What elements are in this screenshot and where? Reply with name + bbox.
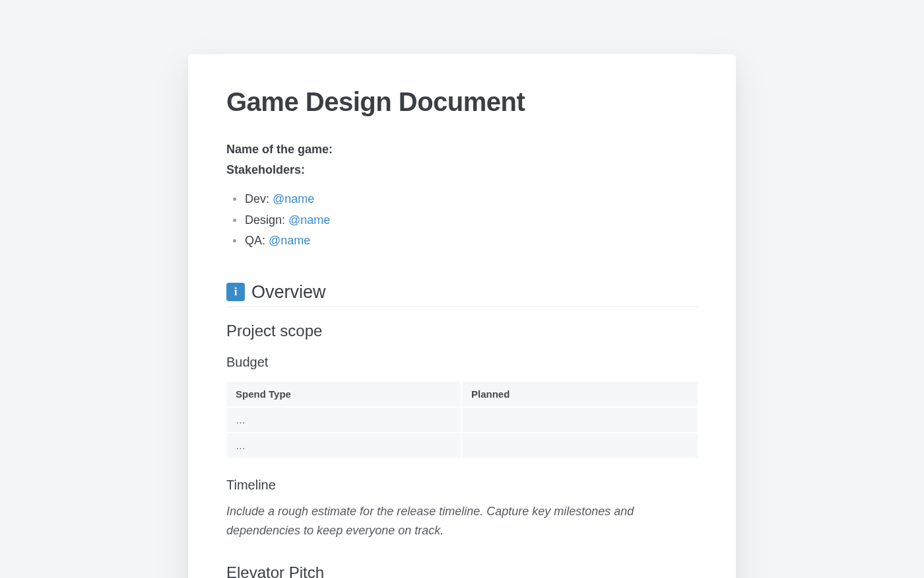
col-spend-type: Spend Type (226, 382, 462, 406)
stakeholder-role: Design: (245, 213, 288, 227)
project-scope-heading: Project scope (226, 322, 698, 340)
table-row: … (226, 408, 698, 432)
list-item: QA: @name (233, 231, 698, 252)
cell-planned[interactable] (462, 408, 698, 432)
list-item: Design: @name (233, 210, 698, 231)
list-item: Dev: @name (233, 189, 698, 210)
mention-link[interactable]: @name (273, 192, 314, 205)
cell-spend-type[interactable]: … (226, 433, 462, 458)
stakeholders-label: Stakeholders: (226, 160, 698, 180)
stakeholder-role: QA: (245, 234, 269, 247)
mention-link[interactable]: @name (288, 213, 330, 227)
col-planned: Planned (462, 382, 698, 406)
timeline-heading: Timeline (226, 478, 698, 493)
overview-section: i Overview Project scope Budget Spend Ty… (226, 282, 698, 578)
mention-link[interactable]: @name (269, 234, 310, 247)
budget-heading: Budget (226, 355, 698, 370)
elevator-pitch-heading: Elevator Pitch (226, 563, 698, 578)
page-title: Game Design Document (226, 87, 698, 117)
cell-spend-type[interactable]: … (226, 408, 462, 432)
stakeholder-role: Dev: (245, 192, 273, 205)
section-header: i Overview (226, 282, 698, 307)
name-of-game-label: Name of the game: (226, 139, 698, 160)
budget-table: Spend Type Planned … … (226, 380, 698, 459)
info-icon: i (226, 283, 245, 301)
cell-planned[interactable] (462, 433, 698, 458)
stakeholders-list: Dev: @name Design: @name QA: @name (233, 189, 698, 252)
table-header-row: Spend Type Planned (226, 382, 698, 406)
document-page: Game Design Document Name of the game: S… (188, 54, 736, 578)
table-row: … (226, 433, 698, 458)
section-title: Overview (251, 282, 326, 303)
timeline-note: Include a rough estimate for the release… (226, 502, 698, 541)
